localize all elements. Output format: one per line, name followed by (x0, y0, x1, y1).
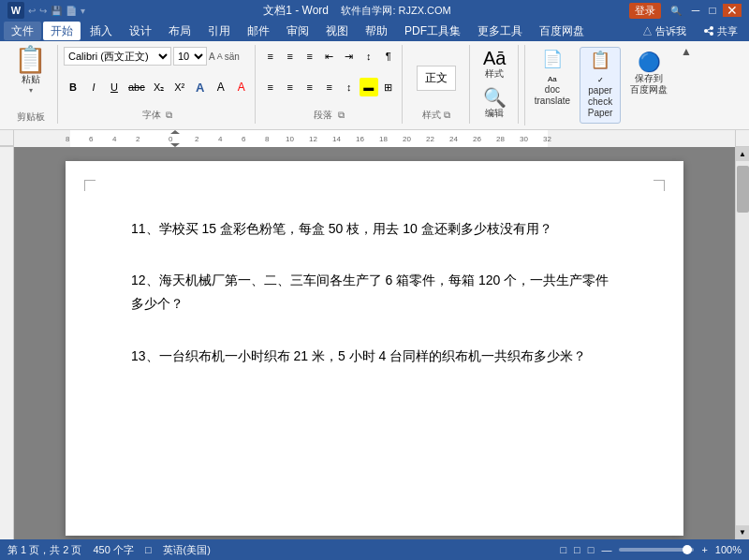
zoom-out-button[interactable]: — (601, 544, 611, 555)
horizontal-ruler: 8 6 4 2 0 2 4 6 8 10 12 14 16 18 20 22 2 (14, 130, 735, 147)
document-scroll-area[interactable]: 11、学校买 15 盒彩色粉笔，每盒 50 枝，用去 10 盒还剩多少枝没有用？… (14, 147, 735, 539)
number-list-button[interactable]: ≡ (281, 47, 300, 66)
svg-text:2: 2 (195, 135, 199, 143)
ribbon-expand-area: ▲ (679, 45, 694, 58)
font-size-select[interactable]: 10 (173, 47, 207, 66)
svg-text:6: 6 (89, 135, 94, 143)
superscript-button[interactable]: X² (170, 78, 189, 96)
close-button[interactable]: ✕ (723, 4, 742, 17)
text-effect-button[interactable]: A (191, 78, 210, 96)
paste-button[interactable]: 📋 粘贴 ▾ (12, 45, 49, 96)
strikethrough-button[interactable]: abc (125, 78, 148, 96)
menu-pdf[interactable]: PDF工具集 (397, 22, 468, 40)
shading-button[interactable]: ▬ (360, 78, 378, 96)
maximize-button[interactable]: □ (706, 4, 719, 17)
line-spacing[interactable]: ↕ (340, 78, 359, 96)
styles-icon: Aā (483, 49, 506, 67)
menu-more[interactable]: 更多工具 (470, 22, 530, 40)
font-size-label: A (209, 52, 215, 62)
outline-list-button[interactable]: ≡ (301, 47, 319, 66)
svg-text:10: 10 (286, 135, 294, 143)
menu-tell[interactable]: △ 告诉我 (635, 22, 694, 40)
svg-text:24: 24 (449, 135, 458, 143)
view-mode-read[interactable]: □ (560, 544, 566, 555)
styles-gallery[interactable]: 正文 (417, 66, 456, 91)
styles-expand[interactable]: ⧉ (444, 110, 450, 120)
font-expand-icon[interactable]: ⧉ (166, 110, 172, 120)
bold-button[interactable]: B (64, 78, 82, 96)
login-button[interactable]: 登录 (629, 3, 661, 19)
menu-layout[interactable]: 布局 (161, 22, 198, 40)
bullet-list-button[interactable]: ≡ (261, 47, 280, 66)
styles-button[interactable]: Aā 样式 (476, 47, 513, 82)
svg-text:26: 26 (473, 135, 481, 143)
paragraph-group-label: 段落 ⧉ (261, 109, 398, 122)
zoom-thumb (683, 545, 692, 554)
paste-icon: 📋 (14, 47, 47, 73)
question-13-text: 13、一台织布机一小时织布 21 米，5 小时 4 台同样的织布机一共织布多少米… (131, 345, 618, 368)
ruler-area: 8 6 4 2 0 2 4 6 8 10 12 14 16 18 20 22 2 (0, 130, 749, 147)
doc-translate-button[interactable]: 📄Aa doctranslate (529, 47, 576, 124)
svg-text:32: 32 (543, 135, 551, 143)
svg-text:18: 18 (379, 135, 388, 143)
menu-view[interactable]: 视图 (318, 22, 356, 40)
editing-button[interactable]: 🔍 编辑 (476, 86, 513, 122)
language: 英语(美国) (163, 543, 211, 557)
indent-increase[interactable]: ⇥ (340, 47, 359, 66)
italic-button[interactable]: I (84, 78, 103, 96)
zoom-slider[interactable] (619, 548, 694, 552)
scrollbar-down-button[interactable]: ▼ (736, 525, 749, 539)
align-right[interactable]: ≡ (301, 78, 319, 96)
status-left: 第 1 页，共 2 页 450 个字 □ 英语(美国) (7, 543, 211, 557)
menu-mail[interactable]: 邮件 (240, 22, 277, 40)
border-button[interactable]: ⊞ (379, 78, 398, 96)
scrollbar-track[interactable] (736, 161, 749, 525)
svg-text:4: 4 (112, 135, 117, 143)
menu-design[interactable]: 设计 (122, 22, 159, 40)
minimize-button[interactable]: ─ (689, 4, 702, 17)
svg-text:22: 22 (426, 135, 434, 143)
vertical-scrollbar[interactable]: ▲ ▼ (735, 147, 749, 539)
scrollbar-up-button[interactable]: ▲ (736, 147, 749, 161)
svg-text:4: 4 (218, 135, 223, 143)
menu-help[interactable]: 帮助 (358, 22, 395, 40)
svg-text:8: 8 (265, 135, 270, 143)
align-center[interactable]: ≡ (281, 78, 300, 96)
zoom-level: 100% (715, 544, 742, 555)
view-mode-web[interactable]: □ (588, 544, 595, 555)
ribbon-right-tools: 📄Aa doctranslate 📋✓ paper checkPaper 🔵 保… (524, 45, 677, 125)
font-name-select[interactable]: Calibri (西文正文) (64, 47, 171, 66)
view-mode-print[interactable]: □ (574, 544, 580, 555)
show-marks-button[interactable]: ¶ (379, 47, 398, 66)
word-count: 450 个字 (93, 543, 133, 557)
question-12: 12、海天机械厂第一、二、三车间各生产了 6 箱零件，每箱 120 个，一共生产… (131, 269, 618, 316)
app-window: W ↩ ↪ 💾 📄 ▾ 文档1 - Word 软件自学网: RJZX.COM 登… (0, 0, 749, 560)
svg-text:2: 2 (136, 135, 140, 143)
zoom-in-button[interactable]: + (701, 544, 707, 555)
question-12-text: 12、海天机械厂第一、二、三车间各生产了 6 箱零件，每箱 120 个，一共生产… (131, 269, 618, 316)
menu-review[interactable]: 审阅 (279, 22, 316, 40)
align-left[interactable]: ≡ (261, 78, 280, 96)
font-size-plus: sän (225, 52, 240, 62)
text-highlight-button[interactable]: A (212, 78, 230, 96)
underline-button[interactable]: U (105, 78, 124, 96)
spell-check-icon: □ (145, 544, 152, 555)
menu-file[interactable]: 文件 (4, 22, 41, 40)
indent-decrease[interactable]: ⇤ (320, 47, 339, 66)
question-11-text: 11、学校买 15 盒彩色粉笔，每盒 50 枝，用去 10 盒还剩多少枝没有用？ (131, 217, 618, 241)
paper-check-button[interactable]: 📋✓ paper checkPaper (580, 47, 621, 124)
menu-references[interactable]: 引用 (200, 22, 238, 40)
menu-share[interactable]: 共享 (696, 22, 745, 40)
ribbon-group-paragraph: ≡ ≡ ≡ ⇤ ⇥ ↕ ¶ ≡ ≡ ≡ ≡ ↕ ▬ ⊞ 段落 ⧉ (257, 45, 403, 124)
ribbon-collapse-button[interactable]: ▲ (681, 45, 692, 58)
save-baidu-button[interactable]: 🔵 保存到百度网盘 (624, 47, 673, 124)
sort-button[interactable]: ↕ (360, 47, 378, 66)
font-color-button[interactable]: A (232, 78, 251, 96)
scrollbar-thumb[interactable] (737, 166, 749, 213)
menu-home[interactable]: 开始 (43, 22, 81, 40)
align-justify[interactable]: ≡ (320, 78, 339, 96)
subscript-button[interactable]: X₂ (150, 78, 169, 96)
paragraph-expand-icon[interactable]: ⧉ (338, 110, 345, 120)
menu-insert[interactable]: 插入 (82, 22, 120, 40)
menu-baidu[interactable]: 百度网盘 (532, 22, 592, 40)
